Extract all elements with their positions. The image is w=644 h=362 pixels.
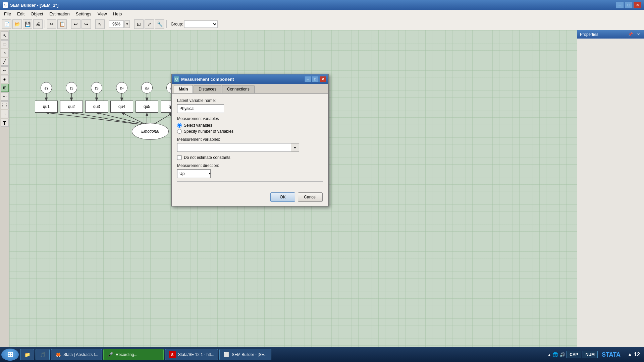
stata-se-icon: S	[169, 351, 176, 358]
open-button[interactable]: 📂	[12, 19, 22, 29]
mv-field-label: Measurement variables:	[177, 137, 323, 142]
toolbar-sep3	[93, 20, 93, 28]
properties-pin[interactable]: 📌	[627, 32, 634, 37]
menu-view[interactable]: View	[95, 11, 110, 17]
epsilon-1[interactable]: ε₁	[41, 82, 52, 94]
taskbar-right: ▲ 🌐 🔊 CAP NUM STATA ▲ 12	[547, 351, 643, 358]
firefox-label: Stata | Abstracts f...	[63, 352, 98, 357]
menu-help[interactable]: Help	[110, 11, 125, 17]
taskbar-sem-builder[interactable]: ⬜ SEM Builder - [SE...	[219, 349, 271, 360]
epsilon-3[interactable]: ε₃	[91, 82, 102, 94]
copy-button[interactable]: 📋	[57, 19, 67, 29]
tab-distances[interactable]: Distances	[194, 85, 221, 93]
dialog-close-button[interactable]: ✕	[319, 76, 326, 82]
properties-title: Properties	[580, 32, 598, 37]
svg-line-6	[46, 113, 150, 126]
select-button[interactable]: ↖	[95, 19, 105, 29]
menu-edit[interactable]: Edit	[14, 11, 27, 17]
media-icon: 🎵	[39, 351, 46, 358]
cut-button[interactable]: ✂	[47, 19, 56, 29]
undo-button[interactable]: ↩	[71, 19, 80, 29]
text-tool[interactable]: T	[1, 119, 9, 127]
group-label: Group:	[171, 22, 183, 26]
menu-file[interactable]: File	[1, 11, 14, 17]
measurement-dialog[interactable]: ⬡ Measurement component ─ □ ✕ Main Dista…	[171, 74, 329, 206]
indicator-qu2[interactable]: qu2	[60, 101, 83, 113]
epsilon-2[interactable]: ε₂	[66, 82, 77, 94]
dots-tool1[interactable]: ⋯	[1, 93, 9, 101]
taskbar-explorer[interactable]: 📁	[20, 349, 34, 360]
mv-dropdown-btn[interactable]: ▼	[291, 143, 299, 152]
fit-button[interactable]: ⊡	[134, 19, 144, 29]
save-button[interactable]: 💾	[23, 19, 32, 29]
zoom-fit-button[interactable]: ⤢	[145, 19, 154, 29]
start-button[interactable]: ⊞	[1, 349, 19, 361]
taskbar-firefox[interactable]: 🦊 Stata | Abstracts f...	[51, 349, 102, 360]
latent-emotional[interactable]: Emotional	[132, 123, 169, 140]
cancel-button[interactable]: Cancel	[298, 192, 323, 202]
new-button[interactable]: 📄	[2, 19, 11, 29]
close-button[interactable]: ✕	[633, 2, 641, 8]
menu-object[interactable]: Object	[28, 11, 46, 17]
arrow-tool[interactable]: ↔	[1, 66, 9, 74]
group-dropdown[interactable]	[184, 20, 218, 28]
maximize-button[interactable]: □	[625, 2, 633, 8]
print-button[interactable]: 🖨	[33, 19, 43, 29]
taskbar-media[interactable]: 🎵	[36, 349, 50, 360]
path-tool[interactable]: ╱	[1, 58, 9, 66]
indicator-qu4[interactable]: qu4	[110, 101, 133, 113]
dots-tool3[interactable]: ⁖	[1, 110, 9, 118]
tab-connections[interactable]: Connections	[222, 85, 255, 93]
dialog-tabs: Main Distances Connections	[172, 84, 328, 94]
toolbar-sep6	[166, 20, 167, 28]
zoom-dropdown[interactable]: ▼	[124, 20, 130, 28]
epsilon-4[interactable]: ε₄	[116, 82, 127, 94]
taskbar-num: NUM	[583, 351, 598, 358]
direction-dropdown[interactable]: Up Down Left Right	[177, 169, 211, 178]
redo-button[interactable]: ↪	[82, 19, 91, 29]
properties-close[interactable]: ✕	[636, 32, 641, 37]
dialog-maximize-button[interactable]: □	[312, 76, 319, 82]
taskbar: ⊞ 📁 🎵 🦊 Stata | Abstracts f... 🎤 Recordi…	[0, 347, 644, 362]
radio-specify-number-label: Specify number of variables	[184, 129, 233, 134]
radio-specify-number: Specify number of variables	[177, 129, 323, 134]
app-icon: S	[3, 2, 8, 8]
latent-variable-label: Latent variable name:	[177, 98, 323, 103]
recording-icon: 🎤	[107, 351, 114, 358]
stata-logo: STATA	[599, 351, 623, 358]
ok-button[interactable]: OK	[270, 192, 295, 202]
dots-tool2[interactable]: ⋮⋮	[1, 101, 9, 109]
group-tool[interactable]: ⊞	[1, 84, 9, 92]
pointer-tool[interactable]: ↖	[1, 32, 9, 40]
indicator-qu3[interactable]: qu3	[85, 101, 108, 113]
dialog-icon: ⬡	[174, 76, 179, 82]
indicator-qu1[interactable]: qu1	[35, 101, 58, 113]
dialog-minimize-button[interactable]: ─	[305, 76, 311, 82]
tab-main[interactable]: Main	[174, 85, 193, 93]
taskbar-stata-se[interactable]: S Stata/SE 12.1 - htt...	[165, 349, 218, 360]
properties-header: Properties 📌 ✕	[577, 30, 644, 39]
menu-settings[interactable]: Settings	[73, 11, 94, 17]
radio-specify-number-input[interactable]	[177, 129, 182, 134]
radio-select-variables-input[interactable]	[177, 123, 182, 128]
do-not-estimate-checkbox[interactable]	[177, 155, 182, 160]
measurement-variables-section-label: Measurement variables	[177, 116, 323, 121]
firefox-icon: 🦊	[55, 351, 61, 358]
mv-dropdown-input[interactable]	[177, 143, 291, 152]
menu-estimation[interactable]: Estimation	[47, 11, 72, 17]
zoom-input[interactable]	[109, 20, 124, 28]
dialog-content: Latent variable name: Measurement variab…	[172, 94, 328, 190]
svg-line-8	[97, 113, 148, 125]
latent-variable-input[interactable]	[177, 104, 224, 113]
direction-row: Up Down Left Right ▼	[177, 169, 213, 178]
indicator-qu5[interactable]: qu5	[136, 101, 158, 113]
minimize-button[interactable]: ─	[616, 2, 624, 8]
taskbar-recording[interactable]: 🎤 Recording...	[103, 349, 164, 360]
node-tool[interactable]: ◈	[1, 75, 9, 83]
explorer-icon: 📁	[24, 351, 31, 358]
epsilon-5[interactable]: ε₅	[141, 82, 153, 94]
ellipse-tool[interactable]: ○	[1, 49, 9, 57]
properties-button[interactable]: 🔧	[155, 19, 164, 29]
rectangle-tool[interactable]: ▭	[1, 40, 9, 48]
radio-select-variables: Select variables	[177, 123, 323, 128]
